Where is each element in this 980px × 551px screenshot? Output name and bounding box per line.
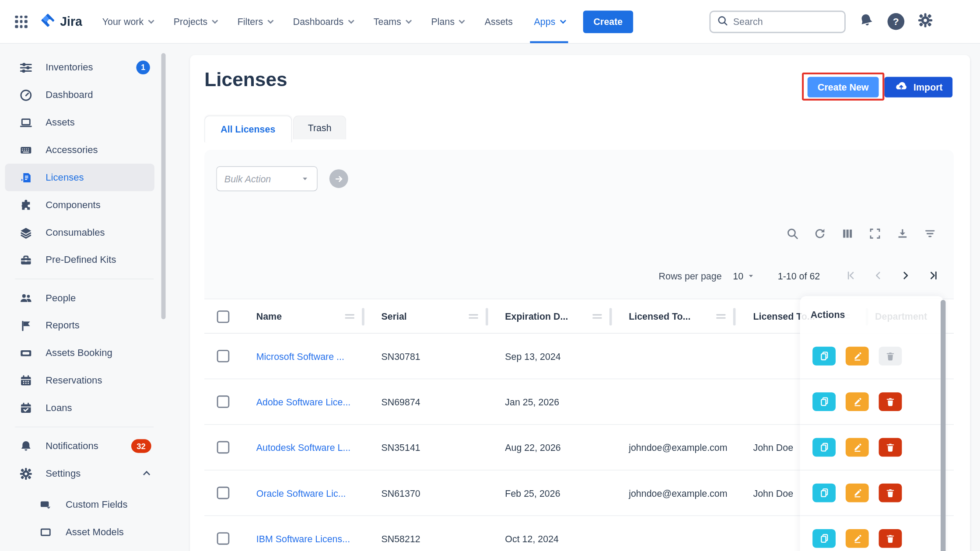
licensed-name-cell: John Doe	[753, 471, 793, 516]
user-avatar[interactable]	[946, 11, 966, 31]
sidebar-item-settings[interactable]: Settings	[0, 460, 169, 487]
filter-icon[interactable]	[924, 227, 936, 240]
refresh-icon[interactable]	[814, 227, 826, 240]
nav-filters[interactable]: Filters	[238, 0, 272, 43]
search-input[interactable]	[733, 16, 827, 27]
sidebar-scrollbar[interactable]	[161, 53, 166, 319]
sidebar: Inventories 1 Dashboard Assets Accessori…	[0, 44, 169, 551]
nav-teams[interactable]: Teams	[374, 0, 410, 43]
column-header-licensed-to[interactable]: Licensed To...	[629, 299, 690, 334]
prev-page-button[interactable]	[872, 270, 884, 281]
sidebar-item-pre-defined-kits[interactable]: Pre-Defined Kits	[0, 246, 169, 274]
delete-button[interactable]	[879, 438, 902, 457]
notification-bell-icon[interactable]	[857, 11, 876, 32]
column-header-name[interactable]: Name	[256, 299, 282, 334]
edit-button[interactable]	[846, 347, 869, 366]
row-checkbox[interactable]	[217, 350, 230, 363]
sidebar-item-asset-models[interactable]: Asset Models	[0, 519, 169, 546]
bulk-action-select[interactable]: Bulk Action	[216, 166, 317, 191]
delete-button[interactable]	[879, 392, 902, 411]
column-resizer[interactable]	[486, 308, 488, 325]
sidebar-item-reservations[interactable]: Reservations	[0, 367, 169, 394]
tab-all-licenses[interactable]: All Licenses	[204, 115, 291, 142]
download-icon[interactable]	[896, 227, 909, 240]
calendar-check-icon	[19, 401, 32, 415]
fullscreen-icon[interactable]	[869, 227, 882, 240]
sidebar-item-people[interactable]: People	[0, 284, 169, 312]
delete-button[interactable]	[879, 529, 902, 548]
inventories-badge: 1	[136, 61, 150, 74]
licensed-name-cell: John Doe	[753, 425, 793, 470]
help-icon[interactable]: ?	[888, 13, 905, 30]
row-checkbox[interactable]	[217, 395, 230, 408]
column-resizer[interactable]	[609, 308, 612, 325]
create-button[interactable]: Create	[583, 10, 633, 33]
people-icon	[19, 291, 32, 305]
row-actions	[800, 516, 944, 551]
license-name-link[interactable]: Adobe Software Lice...	[256, 379, 351, 425]
jira-logo[interactable]: Jira	[40, 13, 82, 31]
sidebar-item-reports[interactable]: Reports	[0, 312, 169, 339]
sidebar-item-assets[interactable]: Assets	[0, 109, 169, 136]
sidebar-item-custom-fields[interactable]: Custom Fields	[0, 491, 169, 519]
sidebar-item-inventories[interactable]: Inventories 1	[0, 54, 169, 81]
edit-button[interactable]	[846, 392, 869, 411]
select-all-checkbox[interactable]	[217, 310, 230, 323]
column-drag-handle[interactable]	[592, 314, 602, 321]
delete-button-disabled[interactable]	[879, 347, 902, 366]
edit-button[interactable]	[846, 484, 869, 502]
column-drag-handle[interactable]	[716, 314, 725, 321]
delete-button[interactable]	[879, 484, 902, 502]
sidebar-item-licenses[interactable]: Licenses	[5, 164, 154, 191]
next-page-button[interactable]	[900, 270, 911, 281]
copy-button[interactable]	[812, 438, 836, 457]
license-name-link[interactable]: Autodesk Software L...	[256, 425, 351, 470]
settings-gear-icon[interactable]	[917, 13, 933, 31]
nav-dashboards[interactable]: Dashboards	[293, 0, 353, 43]
copy-button[interactable]	[812, 347, 836, 366]
columns-icon[interactable]	[841, 227, 854, 240]
license-name-link[interactable]: Oracle Software Lic...	[256, 471, 346, 516]
row-actions	[800, 334, 944, 379]
import-button[interactable]: Import	[884, 77, 952, 98]
sidebar-item-dashboard[interactable]: Dashboard	[0, 81, 169, 109]
nav-apps[interactable]: Apps	[534, 0, 564, 43]
tab-trash[interactable]: Trash	[293, 115, 346, 139]
app-switcher-icon[interactable]	[15, 15, 28, 28]
table-scrollbar[interactable]	[941, 300, 945, 551]
copy-button[interactable]	[812, 484, 836, 502]
last-page-button[interactable]	[928, 270, 939, 281]
table-search-icon[interactable]	[786, 227, 799, 240]
column-drag-handle[interactable]	[345, 314, 354, 321]
create-new-button[interactable]: Create New	[808, 77, 879, 98]
row-checkbox[interactable]	[217, 487, 230, 499]
edit-button[interactable]	[846, 529, 869, 548]
row-checkbox[interactable]	[217, 532, 230, 545]
global-search[interactable]	[709, 10, 845, 33]
sidebar-item-notifications[interactable]: Notifications 32	[0, 432, 169, 460]
nav-assets[interactable]: Assets	[485, 0, 513, 43]
column-header-serial[interactable]: Serial	[381, 299, 406, 334]
license-name-link[interactable]: Microsoft Software ...	[256, 334, 344, 379]
sidebar-item-assets-booking[interactable]: Assets Booking	[0, 339, 169, 367]
bulk-action-apply-button[interactable]	[329, 169, 348, 188]
nav-projects[interactable]: Projects	[174, 0, 216, 43]
edit-button[interactable]	[846, 438, 869, 457]
column-header-expiration-date[interactable]: Expiration D...	[505, 299, 568, 334]
sidebar-item-components[interactable]: Components	[0, 191, 169, 219]
sidebar-item-consumables[interactable]: Consumables	[0, 219, 169, 246]
column-drag-handle[interactable]	[469, 314, 478, 321]
nav-your-work[interactable]: Your work	[102, 0, 153, 43]
column-resizer[interactable]	[362, 308, 364, 325]
license-name-link[interactable]: IBM Software Licens...	[256, 516, 350, 551]
first-page-button[interactable]	[845, 270, 856, 281]
copy-button[interactable]	[812, 392, 836, 411]
copy-button[interactable]	[812, 529, 836, 548]
sidebar-item-accessories[interactable]: Accessories	[0, 136, 169, 164]
rows-per-page-select[interactable]: 10	[733, 270, 755, 281]
primary-nav: Your work Projects Filters Dashboards Te…	[102, 0, 564, 43]
column-resizer[interactable]	[733, 308, 736, 325]
nav-plans[interactable]: Plans	[431, 0, 464, 43]
sidebar-item-loans[interactable]: Loans	[0, 394, 169, 422]
row-checkbox[interactable]	[217, 441, 230, 454]
